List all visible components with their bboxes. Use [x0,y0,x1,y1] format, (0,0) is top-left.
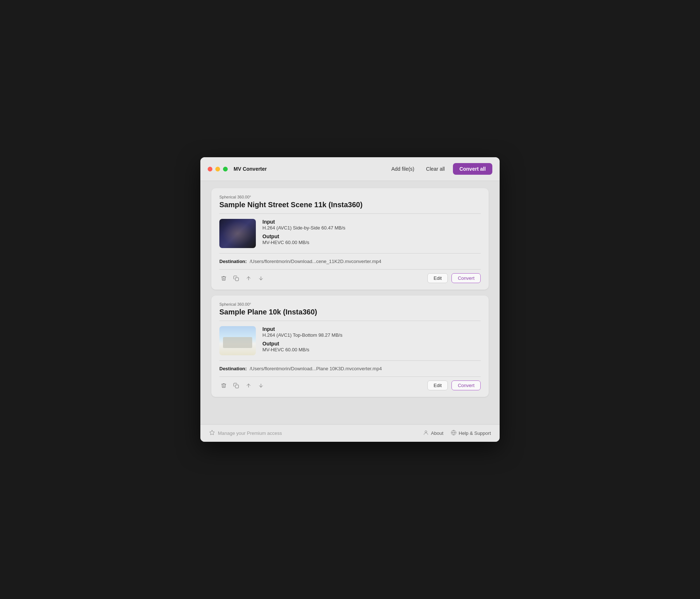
card-media-1: Input H.264 (AVC1) Side-by-Side 60.47 MB… [219,219,481,254]
move-down-button-2[interactable] [257,381,265,390]
media-info-2: Input H.264 (AVC1) Top-Bottom 98.27 MB/s… [262,326,342,352]
star-icon [209,430,215,437]
destination-label-2: Destination: [219,366,247,371]
thumbnail-1 [219,219,256,248]
help-label: Help & Support [459,430,491,436]
svg-marker-6 [209,430,214,435]
output-info-2: Output MV-HEVC 60.00 MB/s [262,341,342,352]
clear-all-button[interactable]: Clear all [422,164,448,174]
add-files-button[interactable]: Add file(s) [388,164,418,174]
output-detail-1: MV-HEVC 60.00 MB/s [262,240,345,245]
file-card-1: Spherical 360.00° Sample Night Street Sc… [211,188,489,290]
close-button[interactable] [208,167,212,171]
titlebar: MV Converter Add file(s) Clear all Conve… [200,157,500,181]
footer-left: Manage your Premium access [209,430,282,437]
minimize-button[interactable] [215,167,220,171]
input-info-2: Input H.264 (AVC1) Top-Bottom 98.27 MB/s [262,326,342,338]
action-buttons-2: Edit Convert [427,380,481,390]
duplicate-button-2[interactable] [232,381,241,390]
convert-all-button[interactable]: Convert all [453,163,492,175]
card-actions-2: Edit Convert [219,380,481,390]
traffic-lights [208,167,228,171]
convert-button-2[interactable]: Convert [451,380,481,390]
footer: Manage your Premium access About Help & … [200,424,500,442]
delete-button-2[interactable] [219,381,228,390]
destination-row-1: Destination: /Users/florentmorin/Downloa… [219,259,481,270]
svg-point-7 [425,431,427,433]
output-detail-2: MV-HEVC 60.00 MB/s [262,347,342,352]
output-info-1: Output MV-HEVC 60.00 MB/s [262,233,345,245]
edit-button-2[interactable]: Edit [427,380,448,390]
card-badge-2: Spherical 360.00° [219,302,481,306]
help-link[interactable]: Help & Support [451,430,491,437]
footer-right: About Help & Support [423,430,491,437]
destination-path-2: /Users/florentmorin/Download...Plane 10K… [250,366,382,371]
move-up-button-2[interactable] [244,381,253,390]
card-media-2: Input H.264 (AVC1) Top-Bottom 98.27 MB/s… [219,326,481,361]
app-window: MV Converter Add file(s) Clear all Conve… [200,157,500,442]
card-title-1: Sample Night Street Scene 11k (Insta360) [219,201,481,214]
media-info-1: Input H.264 (AVC1) Side-by-Side 60.47 MB… [262,219,345,245]
card-badge-1: Spherical 360.00° [219,195,481,199]
file-card-2: Spherical 360.00° Sample Plane 10k (Inst… [211,295,489,397]
output-label-2: Output [262,341,342,347]
about-label: About [431,430,443,436]
input-info-1: Input H.264 (AVC1) Side-by-Side 60.47 MB… [262,219,345,231]
input-detail-2: H.264 (AVC1) Top-Bottom 98.27 MB/s [262,332,342,338]
move-down-button-1[interactable] [257,274,265,283]
main-content: Spherical 360.00° Sample Night Street Sc… [200,181,500,424]
card-title-2: Sample Plane 10k (Insta360) [219,308,481,321]
card-icons-1 [219,274,265,283]
titlebar-actions: Add file(s) Clear all Convert all [388,163,492,175]
input-detail-1: H.264 (AVC1) Side-by-Side 60.47 MB/s [262,225,345,231]
input-label-1: Input [262,219,345,225]
maximize-button[interactable] [223,167,228,171]
premium-label[interactable]: Manage your Premium access [218,430,282,436]
app-title: MV Converter [234,166,267,172]
thumbnail-2 [219,326,256,355]
convert-button-1[interactable]: Convert [451,273,481,283]
destination-label-1: Destination: [219,259,247,264]
card-actions-1: Edit Convert [219,273,481,283]
globe-icon [451,430,457,437]
output-label-1: Output [262,233,345,239]
delete-button-1[interactable] [219,274,228,283]
card-icons-2 [219,381,265,390]
svg-rect-3 [235,385,239,388]
person-icon [423,430,429,437]
edit-button-1[interactable]: Edit [427,273,448,283]
input-label-2: Input [262,326,342,332]
action-buttons-1: Edit Convert [427,273,481,283]
about-link[interactable]: About [423,430,443,437]
svg-rect-0 [235,278,239,281]
destination-row-2: Destination: /Users/florentmorin/Downloa… [219,366,481,377]
duplicate-button-1[interactable] [232,274,241,283]
move-up-button-1[interactable] [244,274,253,283]
destination-path-1: /Users/florentmorin/Download...cene_11K2… [250,259,381,264]
